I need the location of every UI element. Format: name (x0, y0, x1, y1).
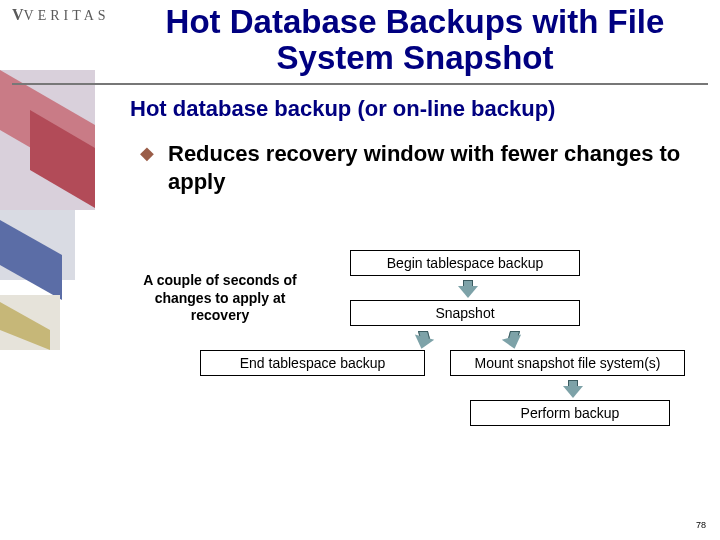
diagram-caption: A couple of seconds of changes to apply … (130, 272, 310, 325)
veritas-logo: VVERITAS (12, 6, 110, 24)
slide-title: Hot Database Backups with File System Sn… (130, 4, 700, 77)
box-snapshot: Snapshot (350, 300, 580, 326)
title-divider (12, 83, 708, 85)
slide-subtitle: Hot database backup (or on-line backup) (130, 96, 700, 122)
page-number: 78 (696, 520, 706, 530)
box-perform-backup: Perform backup (470, 400, 670, 426)
logo-text: VERITAS (24, 8, 110, 23)
bullet-marker-icon: ◆ (140, 142, 154, 164)
flow-diagram: A couple of seconds of changes to apply … (130, 250, 710, 480)
box-mount-snapshot: Mount snapshot file system(s) (450, 350, 685, 376)
box-begin-tablespace: Begin tablespace backup (350, 250, 580, 276)
box-end-tablespace: End tablespace backup (200, 350, 425, 376)
bullet-item: ◆ Reduces recovery window with fewer cha… (140, 140, 690, 195)
background-graphic (0, 70, 110, 350)
bullet-text: Reduces recovery window with fewer chang… (168, 140, 690, 195)
